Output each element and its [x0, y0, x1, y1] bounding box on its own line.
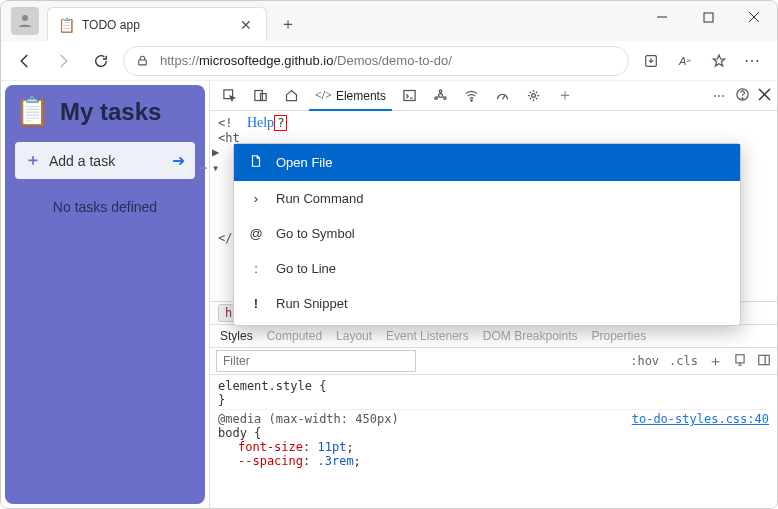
help-icon[interactable] [735, 87, 750, 105]
close-devtools-button[interactable] [758, 88, 771, 104]
welcome-tab-icon[interactable] [278, 84, 305, 107]
tab-title: TODO app [82, 18, 236, 32]
add-task-label: Add a task [49, 153, 115, 169]
hov-toggle[interactable]: :hov [630, 354, 659, 368]
close-window-button[interactable] [731, 1, 777, 33]
styles-subtabs: Styles Computed Layout Event Listeners D… [210, 325, 777, 348]
refresh-button[interactable] [85, 45, 117, 77]
svg-point-14 [444, 97, 447, 100]
window-controls [639, 1, 777, 33]
css-source-link[interactable]: to-do-styles.css:40 [632, 412, 769, 426]
app-title: My tasks [60, 98, 161, 126]
svg-point-12 [439, 90, 442, 93]
new-style-rule-button[interactable]: ＋ [708, 352, 723, 371]
maximize-button[interactable] [685, 1, 731, 33]
cmd-go-to-line[interactable]: : Go to Line [234, 251, 740, 286]
svg-rect-21 [736, 354, 744, 362]
styles-filter-input[interactable] [216, 350, 416, 372]
expand-arrow-icon[interactable]: ▶ [212, 145, 219, 159]
command-menu: Open File › Run Command @ Go to Symbol :… [233, 143, 741, 326]
subtab-computed[interactable]: Computed [267, 329, 322, 343]
devtools-tabbar: </> Elements ＋ ⋯ [210, 81, 777, 111]
cls-toggle[interactable]: .cls [669, 354, 698, 368]
subtab-event-listeners[interactable]: Event Listeners [386, 329, 469, 343]
command-search-input[interactable]: Help [247, 115, 274, 130]
browser-toolbar: https://microsoftedge.github.io/Demos/de… [1, 41, 777, 81]
svg-point-16 [532, 94, 536, 98]
tab-favicon: 📋 [58, 17, 74, 33]
todo-app: 📋 My tasks ＋ Add a task ➜ No tasks defin… [5, 85, 205, 504]
empty-state-text: No tasks defined [15, 199, 195, 215]
browser-titlebar: 📋 TODO app ✕ ＋ [1, 1, 777, 41]
svg-point-0 [22, 15, 28, 21]
cmd-run-snippet[interactable]: ! Run Snippet [234, 286, 740, 321]
subtab-layout[interactable]: Layout [336, 329, 372, 343]
browser-tab[interactable]: 📋 TODO app ✕ [47, 7, 267, 41]
browser-menu-button[interactable]: ⋯ [737, 45, 769, 77]
svg-rect-9 [261, 94, 267, 101]
search-cursor: ? [274, 115, 287, 131]
add-tab-button[interactable]: ＋ [551, 81, 579, 110]
add-task-input[interactable]: ＋ Add a task ➜ [15, 142, 195, 179]
colon-icon: : [248, 261, 264, 276]
address-bar[interactable]: https://microsoftedge.github.io/Demos/de… [123, 46, 629, 76]
minimize-button[interactable] [639, 1, 685, 33]
tab-close-icon[interactable]: ✕ [236, 17, 256, 33]
subtab-styles[interactable]: Styles [220, 329, 253, 343]
memory-tab-icon[interactable] [520, 84, 547, 107]
performance-tab-icon[interactable] [489, 84, 516, 107]
clipboard-icon: 📋 [15, 95, 50, 128]
back-button[interactable] [9, 45, 41, 77]
url-text: https://microsoftedge.github.io/Demos/de… [160, 53, 452, 68]
cmd-go-to-symbol[interactable]: @ Go to Symbol [234, 216, 740, 251]
cmd-run-command[interactable]: › Run Command [234, 181, 740, 216]
svg-point-18 [742, 97, 743, 98]
plus-icon: ＋ [25, 150, 41, 171]
svg-point-15 [471, 100, 472, 101]
styles-filter-row: :hov .cls ＋ [210, 348, 777, 375]
forward-button [47, 45, 79, 77]
subtab-dom-breakpoints[interactable]: DOM Breakpoints [483, 329, 578, 343]
network-tab-icon[interactable] [458, 84, 485, 107]
toggle-common-rendering-icon[interactable] [733, 353, 747, 370]
subtab-properties[interactable]: Properties [592, 329, 647, 343]
profile-avatar[interactable] [11, 7, 39, 35]
exclamation-icon: ! [248, 296, 264, 311]
favorite-icon[interactable] [703, 45, 735, 77]
submit-arrow-icon[interactable]: ➜ [172, 151, 185, 170]
chevron-right-icon: › [248, 191, 264, 206]
computed-sidebar-toggle-icon[interactable] [757, 353, 771, 370]
device-toolbar-icon[interactable] [247, 84, 274, 107]
svg-rect-5 [138, 60, 146, 65]
lock-icon [134, 53, 150, 69]
sources-tab-icon[interactable] [427, 84, 454, 107]
svg-rect-10 [404, 91, 415, 101]
inspect-element-icon[interactable] [216, 84, 243, 107]
reading-mode-icon[interactable]: A» [669, 45, 701, 77]
more-tools-button[interactable]: ⋯ [713, 89, 727, 103]
svg-point-13 [435, 97, 438, 100]
new-tab-button[interactable]: ＋ [273, 9, 303, 39]
at-symbol-icon: @ [248, 226, 264, 241]
collapse-arrow-icon[interactable]: ▾ [212, 161, 219, 175]
svg-rect-2 [704, 13, 713, 22]
svg-rect-8 [255, 91, 263, 101]
styles-pane[interactable]: element.style { } to-do-styles.css:40 @m… [210, 375, 777, 472]
cmd-open-file[interactable]: Open File [234, 144, 740, 181]
console-tab-icon[interactable] [396, 84, 423, 107]
file-icon [248, 154, 264, 171]
app-install-icon[interactable] [635, 45, 667, 77]
elements-tab[interactable]: </> Elements [309, 81, 392, 111]
svg-rect-22 [759, 355, 770, 364]
